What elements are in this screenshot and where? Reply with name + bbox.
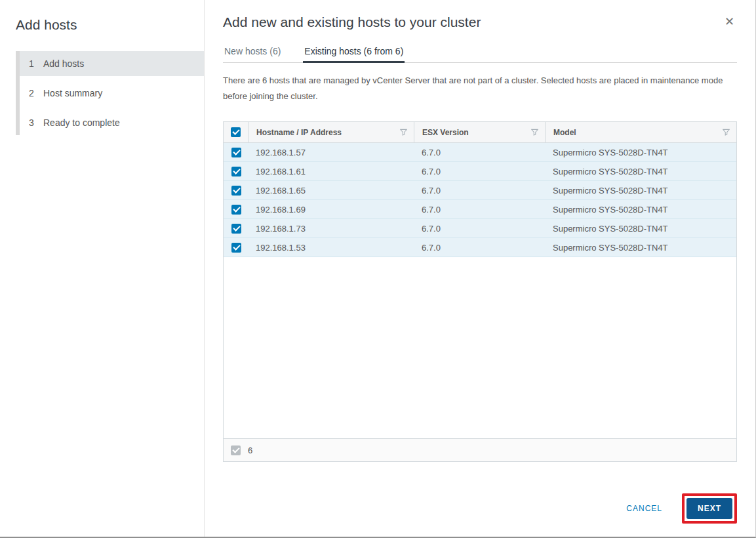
row-checkbox[interactable]	[231, 205, 241, 215]
row-hostname: 192.168.1.53	[248, 238, 414, 257]
row-checkbox-cell	[224, 219, 248, 238]
dialog-header: Add new and existing hosts to your clust…	[223, 14, 737, 30]
selected-count-checkbox	[231, 445, 241, 455]
step-number: 2	[29, 88, 43, 98]
tab-new-hosts[interactable]: New hosts (6)	[223, 46, 282, 62]
action-bar: CANCEL NEXT	[223, 493, 737, 524]
page-title: Add new and existing hosts to your clust…	[223, 14, 481, 30]
row-esx-version: 6.7.0	[414, 238, 545, 257]
row-esx-version: 6.7.0	[414, 219, 545, 238]
table-row[interactable]: 192.168.1.736.7.0Supermicro SYS-5028D-TN…	[224, 219, 736, 238]
wizard-steps: 1 Add hosts 2 Host summary 3 Ready to co…	[16, 51, 204, 135]
select-all-cell	[224, 122, 248, 142]
tab-bar: New hosts (6) Existing hosts (6 from 6)	[223, 46, 737, 63]
row-esx-version: 6.7.0	[414, 162, 545, 180]
filter-icon[interactable]	[400, 129, 407, 136]
step-label: Ready to complete	[43, 117, 120, 128]
step-label: Add hosts	[43, 58, 84, 69]
host-table-body: 192.168.1.576.7.0Supermicro SYS-5028D-TN…	[224, 143, 736, 438]
close-button[interactable]: ✕	[722, 14, 737, 29]
row-model: Supermicro SYS-5028D-TN4T	[545, 162, 736, 180]
wizard-sidebar: Add hosts 1 Add hosts 2 Host summary 3 R…	[0, 0, 205, 537]
row-checkbox[interactable]	[231, 167, 241, 176]
row-checkbox[interactable]	[231, 186, 241, 196]
column-header-model[interactable]: Model	[545, 122, 736, 142]
row-model: Supermicro SYS-5028D-TN4T	[545, 200, 736, 218]
filter-icon[interactable]	[723, 129, 730, 136]
filter-icon[interactable]	[531, 129, 538, 136]
row-hostname: 192.168.1.69	[248, 200, 414, 218]
tab-existing-hosts[interactable]: Existing hosts (6 from 6)	[303, 46, 405, 62]
annotation-highlight: NEXT	[682, 493, 737, 524]
row-hostname: 192.168.1.61	[248, 162, 414, 180]
row-esx-version: 6.7.0	[414, 143, 545, 161]
row-checkbox-cell	[224, 143, 248, 161]
row-checkbox-cell	[224, 200, 248, 218]
dialog-main: Add new and existing hosts to your clust…	[205, 0, 755, 537]
row-checkbox[interactable]	[231, 243, 241, 253]
row-checkbox[interactable]	[231, 224, 241, 234]
cancel-button[interactable]: CANCEL	[622, 503, 666, 514]
row-model: Supermicro SYS-5028D-TN4T	[545, 219, 736, 238]
table-row[interactable]: 192.168.1.656.7.0Supermicro SYS-5028D-TN…	[224, 181, 736, 200]
column-label: ESX Version	[422, 128, 469, 137]
column-header-hostname[interactable]: Hostname / IP Address	[248, 122, 414, 142]
add-hosts-dialog: Add hosts 1 Add hosts 2 Host summary 3 R…	[0, 0, 756, 538]
step-ready-to-complete[interactable]: 3 Ready to complete	[20, 110, 204, 135]
host-table: Hostname / IP Address ESX Version Model	[223, 121, 737, 462]
row-hostname: 192.168.1.57	[248, 143, 414, 161]
row-model: Supermicro SYS-5028D-TN4T	[545, 143, 736, 161]
row-hostname: 192.168.1.73	[248, 219, 414, 238]
table-header: Hostname / IP Address ESX Version Model	[224, 122, 736, 143]
step-number: 3	[29, 117, 43, 128]
table-footer: 6	[224, 438, 736, 461]
next-button[interactable]: NEXT	[686, 498, 732, 519]
row-model: Supermicro SYS-5028D-TN4T	[545, 181, 736, 199]
description-text: There are 6 hosts that are managed by vC…	[223, 73, 737, 104]
table-row[interactable]: 192.168.1.576.7.0Supermicro SYS-5028D-TN…	[224, 143, 736, 162]
row-esx-version: 6.7.0	[414, 181, 545, 199]
select-all-checkbox[interactable]	[231, 127, 241, 137]
row-esx-version: 6.7.0	[414, 200, 545, 218]
row-hostname: 192.168.1.65	[248, 181, 414, 199]
step-host-summary[interactable]: 2 Host summary	[20, 81, 204, 106]
column-header-esx-version[interactable]: ESX Version	[414, 122, 545, 142]
column-label: Hostname / IP Address	[256, 128, 342, 137]
row-checkbox[interactable]	[231, 148, 241, 157]
row-checkbox-cell	[224, 238, 248, 257]
table-row[interactable]: 192.168.1.536.7.0Supermicro SYS-5028D-TN…	[224, 238, 736, 257]
step-number: 1	[29, 58, 43, 69]
row-model: Supermicro SYS-5028D-TN4T	[545, 238, 736, 257]
wizard-title: Add hosts	[16, 17, 204, 33]
selected-count: 6	[248, 445, 252, 455]
step-add-hosts[interactable]: 1 Add hosts	[20, 51, 204, 76]
column-label: Model	[553, 128, 576, 137]
close-icon: ✕	[725, 15, 734, 28]
row-checkbox-cell	[224, 181, 248, 199]
step-label: Host summary	[43, 88, 102, 98]
row-checkbox-cell	[224, 162, 248, 180]
table-row[interactable]: 192.168.1.616.7.0Supermicro SYS-5028D-TN…	[224, 162, 736, 181]
table-row[interactable]: 192.168.1.696.7.0Supermicro SYS-5028D-TN…	[224, 200, 736, 219]
